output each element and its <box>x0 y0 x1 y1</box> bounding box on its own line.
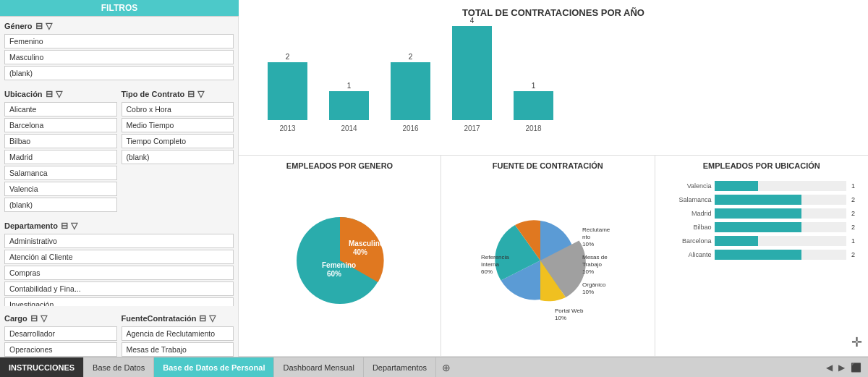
bar-chart-section: TOTAL DE CONTRATACIONES POR AÑO 2 2013 1… <box>239 0 868 156</box>
ubicacion-valencia[interactable]: Valencia <box>4 182 117 196</box>
tipo-cobro[interactable]: Cobro x Hora <box>122 102 234 117</box>
label-ref: Referencia <box>481 254 509 260</box>
bar-2016: 2 2016 <box>391 53 430 132</box>
ubicacion-blank[interactable]: (blank) <box>4 198 117 212</box>
cargo-sort-icon[interactable]: ⊟ <box>30 313 38 323</box>
label-reclut-pct: 10% <box>582 241 594 247</box>
ubicacion-label: Ubicación <box>4 90 43 98</box>
depto-investigacion[interactable]: Investigación <box>4 297 234 306</box>
add-tab-button[interactable]: ⊕ <box>436 357 456 377</box>
ubicacion-salamanca[interactable]: Salamanca <box>4 166 117 180</box>
bar-chart: 2 2013 1 2014 2 2016 <box>253 24 854 132</box>
fuente-items: Agencia de Reclutamiento Mesas de Trabaj… <box>122 326 234 357</box>
label-organico-pct: 10% <box>582 289 594 295</box>
pie-genero-wrapper: Femenino 60% Masculino 40% <box>244 173 435 347</box>
pie-genero-svg: Femenino 60% Masculino 40% <box>282 203 398 318</box>
tipo-filter-icon[interactable]: ▽ <box>197 89 204 99</box>
cargo-operaciones[interactable]: Operaciones <box>4 342 117 357</box>
pie-fuente-wrapper: Referencia Interna 60% Reclutame nto 10%… <box>447 173 649 347</box>
filter-fuente: FuenteContratación ⊟ ▽ Agencia de Reclut… <box>122 313 234 357</box>
tab-instrucciones[interactable]: INSTRUCCIONES <box>0 357 84 377</box>
ubicacion-filter-icon[interactable]: ▽ <box>56 89 62 99</box>
label-mesas2: Trabajo <box>582 261 602 268</box>
depto-atencion[interactable]: Atención al Cliente <box>4 250 234 264</box>
ubicacion-barcelona[interactable]: Barcelona <box>4 118 117 132</box>
ubicacion-sort-icon[interactable]: ⊟ <box>46 89 53 99</box>
ubicacion-madrid[interactable]: Madrid <box>4 150 117 164</box>
pie-genero-panel: EMPLEADOS POR GENERO Femenino 60% Mascul… <box>239 156 441 356</box>
cursor-cross-icon: ✛ <box>851 334 862 350</box>
bar-2014: 1 2014 <box>329 82 369 132</box>
bar-2018: 1 2018 <box>514 82 553 132</box>
left-panel: Género ⊟ ▽ Femenino Masculino (blank) Ub… <box>0 17 239 357</box>
depto-compras[interactable]: Compras <box>4 266 234 280</box>
tipo-completo[interactable]: Tiempo Completo <box>122 134 234 148</box>
ubicacion-alicante[interactable]: Alicante <box>4 102 117 117</box>
tab-dashboard-mensual[interactable]: Dashboard Mensual <box>274 357 363 377</box>
genero-filter-icon[interactable]: ▽ <box>46 21 52 31</box>
genero-item-femenino[interactable]: Femenino <box>4 34 234 48</box>
horiz-bar-bilbao: Bilbao 2 <box>665 222 859 232</box>
genero-sort-icon[interactable]: ⊟ <box>35 21 43 31</box>
label-mesas: Mesas de <box>582 254 608 260</box>
genero-label: Género <box>4 22 33 30</box>
label-ref2: Interna <box>481 261 499 268</box>
depto-administrativo[interactable]: Administrativo <box>4 234 234 248</box>
bar-ubicacion-panel: EMPLEADOS POR UBICACIÓN Valencia 1 Salam… <box>655 156 869 356</box>
tab-bar: INSTRUCCIONES Base de Datos Base de Dato… <box>0 357 868 377</box>
right-panel: TOTAL DE CONTRATACIONES POR AÑO 2 2013 1… <box>239 0 868 357</box>
tipo-label: Tipo de Contrato <box>122 90 185 98</box>
tipo-items: Cobro x Hora Medio Tiempo Tiempo Complet… <box>122 102 234 164</box>
horiz-bar-alicante: Alicante 2 <box>665 250 859 260</box>
filter-cargo: Cargo ⊟ ▽ Desarrollador Operaciones Otro… <box>4 313 117 357</box>
tipo-sort-icon[interactable]: ⊟ <box>187 89 195 99</box>
label-reclut2: nto <box>582 234 591 240</box>
depto-sort-icon[interactable]: ⊟ <box>61 221 68 231</box>
depto-items: Administrativo Atención al Cliente Compr… <box>4 234 234 306</box>
pie-femenino-pct: 60% <box>327 270 341 278</box>
fuente-sort-icon[interactable]: ⊟ <box>199 313 206 323</box>
more-tabs-icon[interactable]: ⬛ <box>848 363 864 373</box>
pie-masculino-pct: 40% <box>353 248 367 256</box>
label-mesas-pct: 10% <box>582 268 594 275</box>
cargo-desarrollador[interactable]: Desarrollador <box>4 326 117 341</box>
filter-ubicacion: Ubicación ⊟ ▽ Alicante Barcelona Bilbao … <box>4 89 117 213</box>
horiz-bar-salamanca: Salamanca 2 <box>665 195 859 205</box>
label-reclut: Reclutame <box>582 226 610 233</box>
scroll-left-icon[interactable]: ◀ <box>824 363 835 373</box>
depto-filter-icon[interactable]: ▽ <box>71 221 77 231</box>
tipo-medio[interactable]: Medio Tiempo <box>122 118 234 132</box>
filter-departamento: Departamento ⊟ ▽ Administrativo Atención… <box>4 221 234 306</box>
genero-item-masculino[interactable]: Masculino <box>4 50 234 64</box>
horiz-bar-barcelona: Barcelona 1 <box>665 236 859 246</box>
depto-contabilidad[interactable]: Contabilidad y Fina... <box>4 281 234 296</box>
cargo-label: Cargo <box>4 314 27 323</box>
tab-base-datos-personal[interactable]: Base de Datos de Personal <box>154 357 274 377</box>
scroll-right-icon[interactable]: ▶ <box>836 363 847 373</box>
fuente-agencia[interactable]: Agencia de Reclutamiento <box>122 326 234 341</box>
filter-tipo-contrato: Tipo de Contrato ⊟ ▽ Cobro x Hora Medio … <box>122 89 234 213</box>
bar-ubicacion-title: EMPLEADOS POR UBICACIÓN <box>661 161 863 170</box>
tipo-blank[interactable]: (blank) <box>122 150 234 164</box>
cargo-filter-icon[interactable]: ▽ <box>41 313 47 323</box>
fuente-filter-icon[interactable]: ▽ <box>209 313 216 323</box>
label-ref-pct: 60% <box>481 268 493 275</box>
genero-items: Femenino Masculino (blank) <box>4 34 234 80</box>
bottom-charts: EMPLEADOS POR GENERO Femenino 60% Mascul… <box>239 156 868 357</box>
filter-header: FILTROS <box>0 0 239 17</box>
ubicacion-bilbao[interactable]: Bilbao <box>4 134 117 148</box>
pie-fuente-svg: Referencia Interna 60% Reclutame nto 10%… <box>461 195 634 326</box>
pie-fuente-panel: FUENTE DE CONTRATACIÓN <box>441 156 655 356</box>
pie-femenino-label: Femenino <box>322 261 356 269</box>
horiz-bar-valencia: Valencia 1 <box>665 181 859 191</box>
tab-base-datos[interactable]: Base de Datos <box>84 357 154 377</box>
fuente-mesas[interactable]: Mesas de Trabajo <box>122 342 234 357</box>
label-organico: Orgánico <box>582 281 606 288</box>
pie-genero-title: EMPLEADOS POR GENERO <box>244 161 435 170</box>
bottom-filters-row: Cargo ⊟ ▽ Desarrollador Operaciones Otro… <box>4 313 234 357</box>
bar-2013: 2 2013 <box>268 53 307 132</box>
tab-departamentos[interactable]: Departamentos <box>364 357 436 377</box>
genero-item-blank[interactable]: (blank) <box>4 66 234 80</box>
horiz-bar-chart: Valencia 1 Salamanca 2 <box>661 177 863 263</box>
horiz-bar-madrid: Madrid 2 <box>665 208 859 219</box>
